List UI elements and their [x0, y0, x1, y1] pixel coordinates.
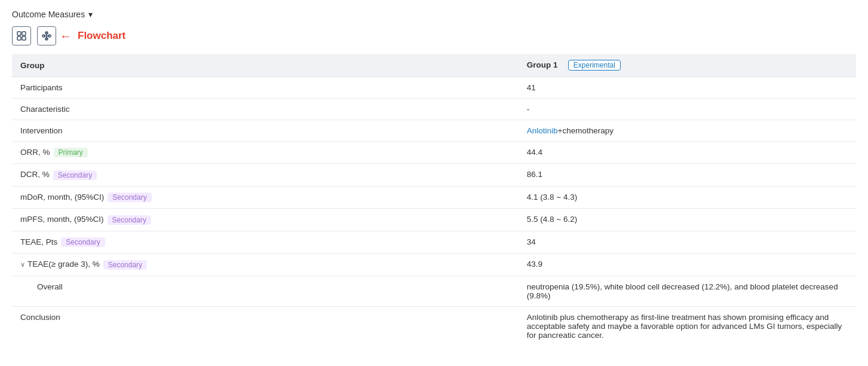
badge-secondary: Secondary: [108, 193, 151, 202]
row-label: mPFS, month, (95%CI): [20, 215, 104, 224]
row-label: TEAE, Pts: [20, 237, 57, 246]
row-value-cell: -: [519, 99, 856, 120]
row-label-cell: DCR, %Secondary: [12, 164, 519, 186]
column-group1: Group 1 Experimental: [519, 54, 856, 77]
row-value-cell: 44.4: [519, 142, 856, 164]
row-value-cell: 41: [519, 77, 856, 99]
table-row: DCR, %Secondary86.1: [12, 164, 856, 186]
row-value-cell: 43.9: [519, 254, 856, 276]
svg-rect-1: [22, 32, 26, 35]
row-label: ORR, %: [20, 148, 50, 157]
chevron-down-icon[interactable]: ▾: [88, 10, 93, 19]
row-value-cell: 4.1 (3.8 ~ 4.3): [519, 186, 856, 208]
row-value-cell: Anlotinib plus chemotherapy as first-lin…: [519, 306, 856, 346]
column-group: Group: [12, 54, 519, 77]
badge-primary: Primary: [54, 148, 88, 157]
toolbar: ← Flowchart: [12, 26, 856, 45]
row-label-cell: mDoR, month, (95%CI)Secondary: [12, 186, 519, 208]
table-row: Characteristic-: [12, 99, 856, 120]
row-value-cell: 5.5 (4.8 ~ 6.2): [519, 209, 856, 231]
row-label-cell: Intervention: [12, 120, 519, 142]
row-label: mDoR, month, (95%CI): [20, 193, 104, 202]
outcome-measures-header: Outcome Measures ▾: [12, 10, 856, 19]
arrow-right-icon: ←: [60, 29, 72, 43]
row-label-cell: Participants: [12, 77, 519, 99]
row-value-cell: 34: [519, 231, 856, 253]
row-label: TEAE(≥ grade 3), %: [27, 260, 100, 269]
table-row: TEAE, PtsSecondary34: [12, 231, 856, 253]
badge-secondary: Secondary: [61, 237, 105, 247]
experimental-badge: Experimental: [568, 60, 621, 71]
row-label: Participants: [20, 83, 63, 92]
table-row: Participants41: [12, 77, 856, 99]
svg-rect-2: [17, 36, 21, 40]
outcome-measures-table: Group Group 1 Experimental Participants4…: [12, 54, 856, 346]
flowchart-label: Flowchart: [78, 30, 125, 42]
row-label-cell: Overall: [12, 276, 519, 306]
outcome-measures-title: Outcome Measures: [12, 10, 85, 19]
row-label: Conclusion: [20, 313, 60, 322]
row-label-cell: mPFS, month, (95%CI)Secondary: [12, 209, 519, 231]
table-row: Overallneutropenia (19.5%), white blood …: [12, 276, 856, 306]
row-label: Intervention: [20, 126, 63, 135]
table-row: mPFS, month, (95%CI)Secondary5.5 (4.8 ~ …: [12, 209, 856, 231]
row-label: DCR, %: [20, 170, 50, 179]
group1-label: Group 1: [527, 60, 558, 69]
badge-secondary: Secondary: [103, 260, 147, 270]
row-value-cell: Anlotinib+chemotherapy: [519, 120, 856, 142]
row-label-cell: ORR, %Primary: [12, 142, 519, 164]
row-label: Overall: [37, 282, 63, 291]
table-row: mDoR, month, (95%CI)Secondary4.1 (3.8 ~ …: [12, 186, 856, 208]
badge-secondary: Secondary: [53, 170, 97, 180]
row-label-cell: ∨TEAE(≥ grade 3), %Secondary: [12, 254, 519, 276]
row-label-cell: Conclusion: [12, 306, 519, 346]
svg-rect-0: [17, 32, 21, 35]
row-label: Characteristic: [20, 105, 70, 114]
table-row: ConclusionAnlotinib plus chemotherapy as…: [12, 306, 856, 346]
row-value-cell: 86.1: [519, 164, 856, 186]
row-label-cell: Characteristic: [12, 99, 519, 120]
table-row: ∨TEAE(≥ grade 3), %Secondary43.9: [12, 254, 856, 276]
expand-icon[interactable]: ∨: [20, 261, 25, 268]
flowchart-icon[interactable]: [37, 26, 56, 45]
anlotinib-link[interactable]: Anlotinib: [527, 126, 558, 135]
table-row: ORR, %Primary44.4: [12, 142, 856, 164]
svg-rect-3: [22, 36, 26, 40]
table-header-row: Group Group 1 Experimental: [12, 54, 856, 77]
row-value-cell: neutropenia (19.5%), white blood cell de…: [519, 276, 856, 306]
badge-secondary: Secondary: [108, 215, 151, 225]
row-label-cell: TEAE, PtsSecondary: [12, 231, 519, 253]
table-row: InterventionAnlotinib+chemotherapy: [12, 120, 856, 142]
grid-icon[interactable]: [12, 26, 31, 45]
